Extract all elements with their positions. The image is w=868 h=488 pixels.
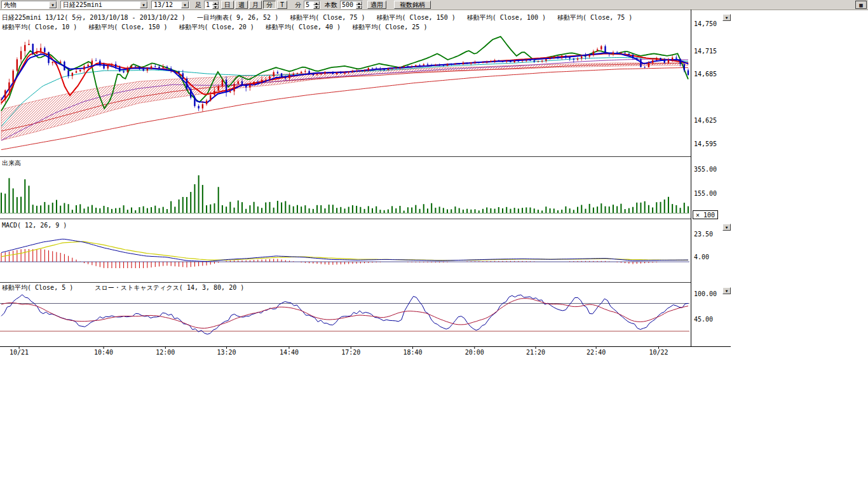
price-legend-0: 移動平均( Close, 10 ) — [2, 24, 77, 30]
x-axis-label-2: 12:00 — [156, 349, 175, 356]
window-icon[interactable]: ▦ — [855, 1, 867, 9]
price-panel-legend-row-1: 日経225mini 13/12( 5分, 2013/10/18 - 2013/1… — [2, 13, 644, 22]
price-panel-dropdown-icon[interactable]: ▼ — [722, 14, 731, 21]
macd-axis-label: 4.00 — [694, 254, 709, 261]
price-axis-label: 14,625 — [694, 117, 717, 124]
chart-application: 先物 ▼ 日経225mini ▼ 13/12 ▼ 足 1 日週月分T 分 5 本… — [0, 0, 868, 488]
stoch-panel-dropdown-icon[interactable]: ▼ — [722, 287, 731, 294]
price-legend-5: 移動平均( Close, 75 ) — [557, 14, 632, 21]
stoch-axis-label: 45.00 — [694, 316, 713, 323]
price-panel-legend-row-2: 移動平均( Close, 10 )移動平均( Close, 150 )移動平均(… — [2, 23, 438, 32]
volume-multiplier-badge: × 100 — [693, 210, 718, 219]
macd-axis-label: 23.50 — [694, 231, 713, 238]
stoch-panel-title: 移動平均( Close, 5 ) スロー・ストキャスティクス( 14, 3, 8… — [2, 283, 262, 292]
price-axis-label: 14,750 — [694, 20, 717, 27]
x-axis-label-6: 18:40 — [403, 349, 422, 356]
x-axis-label-10: 10/22 — [649, 349, 668, 356]
chart-plot-area[interactable] — [0, 0, 731, 362]
x-axis-label-8: 21:20 — [526, 349, 545, 356]
price-legend-1: 一目均衡表( 9, 26, 52 ) — [197, 14, 278, 21]
macd-panel-title: MACD( 12, 26, 9 ) — [2, 222, 67, 229]
macd-panel-dropdown-icon[interactable]: ▼ — [722, 224, 731, 231]
volume-panel-title: 出来高 — [2, 159, 21, 168]
price-legend-2: 移動平均( Close, 20 ) — [179, 24, 254, 30]
x-axis-label-9: 22:40 — [587, 349, 606, 356]
price-legend-0: 日経225mini 13/12( 5分, 2013/10/18 - 2013/1… — [2, 14, 186, 21]
volume-axis-label: 155.00 — [694, 190, 717, 197]
x-axis-label-7: 20:00 — [465, 349, 484, 356]
stoch-axis-label: 100.00 — [694, 290, 717, 297]
stoch-legend: スロー・ストキャスティクス( 14, 3, 80, 20 ) — [95, 284, 244, 291]
x-axis-label-1: 10:40 — [94, 349, 113, 356]
price-axis-label: 14,685 — [694, 71, 717, 78]
price-legend-3: 移動平均( Close, 150 ) — [376, 14, 455, 21]
price-legend-1: 移動平均( Close, 150 ) — [88, 24, 167, 30]
x-axis-label-3: 13:20 — [217, 349, 236, 356]
price-legend-3: 移動平均( Close, 40 ) — [266, 24, 341, 30]
volume-axis-label: 355.00 — [694, 166, 717, 173]
price-legend-4: 移動平均( Close, 25 ) — [352, 24, 427, 30]
x-axis-label-4: 14:40 — [280, 349, 299, 356]
x-axis-label-0: 10/21 — [10, 349, 29, 356]
price-axis-label: 14,595 — [694, 140, 717, 147]
stoch-ma-legend: 移動平均( Close, 5 ) — [2, 284, 73, 291]
price-legend-4: 移動平均( Close, 100 ) — [467, 14, 546, 21]
x-axis-label-5: 17:20 — [341, 349, 360, 356]
price-axis-label: 14,715 — [694, 48, 717, 55]
price-legend-2: 移動平均( Close, 75 ) — [290, 14, 365, 21]
